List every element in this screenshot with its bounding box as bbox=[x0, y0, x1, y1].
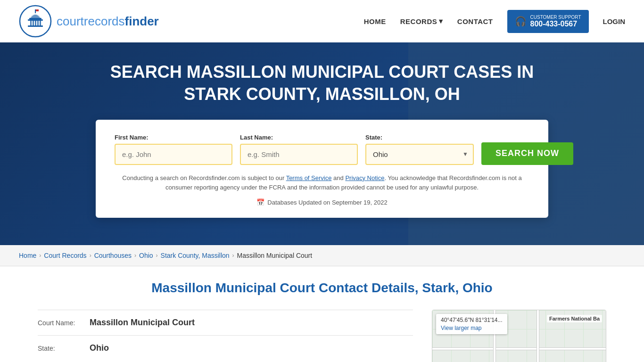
breadcrumb-court-records[interactable]: Court Records bbox=[44, 252, 86, 259]
svg-rect-9 bbox=[28, 25, 43, 27]
svg-rect-4 bbox=[30, 21, 32, 25]
state-group: State: Ohio bbox=[365, 134, 474, 165]
map-road-h1 bbox=[432, 347, 606, 350]
support-phone: 800-433-0567 bbox=[530, 20, 581, 28]
svg-rect-5 bbox=[33, 21, 34, 25]
view-larger-map-link[interactable]: View larger map bbox=[441, 325, 503, 331]
svg-rect-11 bbox=[36, 9, 39, 11]
privacy-link[interactable]: Privacy Notice bbox=[345, 174, 384, 181]
svg-rect-3 bbox=[28, 19, 43, 21]
support-label: CUSTOMER SUPPORT bbox=[530, 15, 581, 20]
calendar-icon: 📅 bbox=[256, 198, 264, 206]
search-fields: First Name: Last Name: State: Ohio SEARC… bbox=[115, 134, 529, 165]
map-label-bank: Farmers National Ba bbox=[547, 315, 602, 322]
support-box[interactable]: 🎧 CUSTOMER SUPPORT 800-433-0567 bbox=[507, 10, 589, 33]
logo-icon bbox=[19, 5, 52, 38]
logo-text: courtrecordsfinder bbox=[57, 14, 159, 29]
first-name-input[interactable] bbox=[115, 144, 232, 165]
db-update: 📅 Databases Updated on September 19, 202… bbox=[115, 198, 529, 206]
headset-icon: 🎧 bbox=[515, 16, 527, 27]
svg-rect-6 bbox=[35, 21, 36, 25]
nav-records[interactable]: RECORDS ▾ bbox=[400, 17, 443, 25]
main-content: Massillon Municipal Court Contact Detail… bbox=[0, 266, 644, 362]
breadcrumb-sep-2: › bbox=[90, 252, 91, 259]
search-button[interactable]: SEARCH NOW bbox=[481, 142, 573, 165]
court-name-label: Court Name: bbox=[38, 319, 90, 327]
state-select-wrapper: Ohio bbox=[365, 144, 474, 165]
breadcrumb-sep-3: › bbox=[134, 252, 136, 259]
map-area[interactable]: Farmers National Ba 40°47'45.6"N 81°31'1… bbox=[432, 310, 606, 362]
last-name-group: Last Name: bbox=[240, 134, 358, 165]
map-coords: 40°47'45.6"N 81°31'14... View larger map bbox=[436, 314, 507, 334]
nav-login[interactable]: LOGIN bbox=[603, 17, 626, 25]
breadcrumb-home[interactable]: Home bbox=[19, 252, 36, 259]
main-nav: HOME RECORDS ▾ CONTACT 🎧 CUSTOMER SUPPOR… bbox=[364, 10, 625, 33]
breadcrumb-sep-1: › bbox=[39, 252, 41, 259]
logo-area[interactable]: courtrecordsfinder bbox=[19, 5, 159, 38]
disclaimer-text: Conducting a search on Recordsfinder.com… bbox=[115, 173, 529, 193]
svg-rect-8 bbox=[40, 21, 41, 25]
section-title: Massillon Municipal Court Contact Detail… bbox=[38, 280, 606, 296]
search-card: First Name: Last Name: State: Ohio SEARC… bbox=[96, 120, 548, 218]
court-name-row: Court Name: Massillon Municipal Court bbox=[38, 310, 413, 335]
last-name-input[interactable] bbox=[240, 144, 358, 165]
breadcrumb-stark-massillon[interactable]: Stark County, Massillon bbox=[161, 252, 230, 259]
breadcrumb-sep-4: › bbox=[156, 252, 158, 259]
state-row: State: Ohio bbox=[38, 335, 413, 361]
map-road-v2 bbox=[537, 310, 539, 362]
nav-home[interactable]: HOME bbox=[364, 17, 386, 25]
terms-link[interactable]: Terms of Service bbox=[286, 174, 332, 181]
first-name-group: First Name: bbox=[115, 134, 232, 165]
last-name-label: Last Name: bbox=[240, 134, 358, 141]
first-name-label: First Name: bbox=[115, 134, 232, 141]
breadcrumb-courthouses[interactable]: Courthouses bbox=[94, 252, 132, 259]
details-map-row: Court Name: Massillon Municipal Court St… bbox=[38, 310, 606, 362]
breadcrumb-sep-5: › bbox=[232, 252, 234, 259]
breadcrumb-current: Massillon Municipal Court bbox=[237, 252, 313, 259]
breadcrumb: Home › Court Records › Courthouses › Ohi… bbox=[0, 245, 644, 266]
state-label: State: bbox=[365, 134, 474, 141]
court-name-value: Massillon Municipal Court bbox=[90, 318, 195, 328]
state-detail-label: State: bbox=[38, 345, 90, 352]
chevron-down-icon: ▾ bbox=[439, 17, 443, 25]
hero-section: SEARCH MASSILLON MUNICIPAL COURT CASES I… bbox=[0, 42, 644, 245]
state-detail-value: Ohio bbox=[90, 343, 109, 353]
hero-title: SEARCH MASSILLON MUNICIPAL COURT CASES I… bbox=[110, 61, 534, 106]
breadcrumb-ohio[interactable]: Ohio bbox=[139, 252, 153, 259]
header: courtrecordsfinder HOME RECORDS ▾ CONTAC… bbox=[0, 0, 644, 42]
svg-rect-10 bbox=[35, 9, 36, 13]
details-table: Court Name: Massillon Municipal Court St… bbox=[38, 310, 413, 362]
svg-rect-2 bbox=[29, 18, 41, 19]
state-select[interactable]: Ohio bbox=[365, 144, 474, 165]
nav-contact[interactable]: CONTACT bbox=[457, 17, 493, 25]
svg-rect-7 bbox=[37, 21, 39, 25]
